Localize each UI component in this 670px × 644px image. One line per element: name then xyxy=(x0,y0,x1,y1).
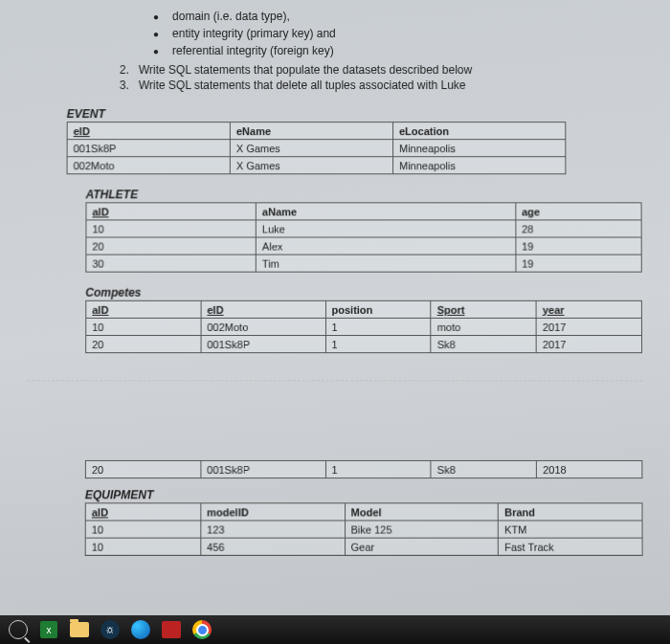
bullet-list: ●domain (i.e. data type), ●entity integr… xyxy=(153,10,641,59)
table-row: 10002Moto1moto2017 xyxy=(86,318,642,335)
folder-icon[interactable] xyxy=(69,619,90,640)
bullet-text: entity integrity (primary key) and xyxy=(172,27,336,40)
col-aid: aID xyxy=(86,203,256,220)
list-text: Write SQL statements that delete all tup… xyxy=(139,78,466,92)
table-title-event: EVENT xyxy=(67,107,642,121)
edge-icon[interactable] xyxy=(130,619,151,640)
bullet-dot: ● xyxy=(153,44,159,59)
col-aid: aID xyxy=(85,503,200,521)
equipment-table: aID modelID Model Brand 10123Bike 125KTM… xyxy=(85,502,643,556)
competes-table: aID eID position Sport year 10002Moto1mo… xyxy=(85,300,642,353)
col-sport: Sport xyxy=(431,300,536,318)
col-brand: Brand xyxy=(499,503,643,521)
athlete-table: aID aName age 10Luke28 20Alex19 30Tim19 xyxy=(85,202,641,272)
table-row: 002Moto X Games Minneapolis xyxy=(67,157,566,174)
col-eid: eID xyxy=(201,300,325,318)
col-modelid: modelID xyxy=(201,503,345,521)
col-age: age xyxy=(516,203,642,220)
chrome-icon[interactable] xyxy=(191,619,212,640)
bullet-text: referential integrity (foreign key) xyxy=(172,44,334,57)
table-row: 30Tim19 xyxy=(86,255,641,272)
numbered-list: 2.Write SQL statements that populate the… xyxy=(120,63,641,92)
table-row: 10Luke28 xyxy=(86,220,641,237)
col-eid: eID xyxy=(67,122,230,140)
table-title-athlete: ATHLETE xyxy=(86,188,642,201)
table-title-equipment: EQUIPMENT xyxy=(85,488,643,501)
table-row: 10456GearFast Track xyxy=(85,538,642,555)
event-table: eID eName eLocation 001Sk8P X Games Minn… xyxy=(67,122,567,174)
steam-icon[interactable]: ⛭ xyxy=(100,619,121,640)
table-row: 20 001Sk8P 1 Sk8 2018 xyxy=(85,460,642,477)
stray-row-table: 20 001Sk8P 1 Sk8 2018 xyxy=(85,460,643,478)
table-row: 10123Bike 125KTM xyxy=(85,521,642,538)
excel-icon[interactable]: x xyxy=(38,619,59,640)
col-elocation: eLocation xyxy=(393,122,566,140)
search-icon[interactable] xyxy=(8,619,29,640)
list-number: 2. xyxy=(120,63,139,77)
bullet-dot: ● xyxy=(153,10,159,25)
table-row: 20Alex19 xyxy=(86,237,641,255)
col-position: position xyxy=(325,300,431,318)
col-aname: aName xyxy=(256,203,515,220)
table-row: 001Sk8P X Games Minneapolis xyxy=(67,140,566,157)
page-divider xyxy=(28,380,642,381)
bullet-text: domain (i.e. data type), xyxy=(172,10,290,23)
document-page: ●domain (i.e. data type), ●entity integr… xyxy=(0,0,670,556)
app-icon[interactable] xyxy=(161,619,182,640)
col-year: year xyxy=(536,300,641,318)
list-text: Write SQL statements that populate the d… xyxy=(139,63,472,77)
table-title-competes: Competes xyxy=(85,286,642,300)
list-number: 3. xyxy=(120,78,139,92)
bullet-dot: ● xyxy=(153,27,159,42)
col-aid: aID xyxy=(86,300,201,318)
table-row: 20001Sk8P1Sk82017 xyxy=(86,336,642,353)
taskbar: x ⛭ xyxy=(0,615,670,644)
col-ename: eName xyxy=(230,122,392,140)
col-model: Model xyxy=(345,503,498,521)
